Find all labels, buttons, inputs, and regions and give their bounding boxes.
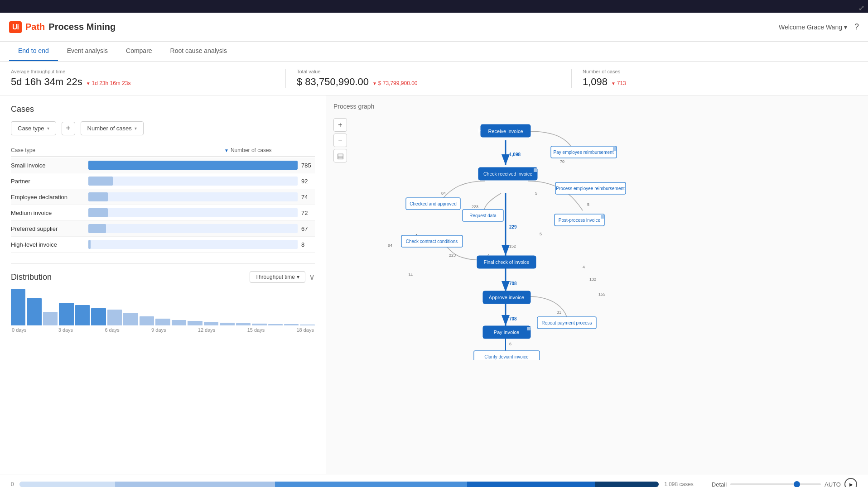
collapse-button[interactable]: ∨ (309, 272, 315, 282)
table-row[interactable]: Medium invoice 72 (11, 205, 315, 221)
num-cases-label: Number of cases (87, 125, 132, 132)
bar-fill (88, 192, 108, 201)
svg-text:708: 708 (509, 281, 517, 286)
svg-text:229: 229 (509, 224, 517, 229)
row-label: Small invoice (11, 162, 88, 169)
histogram-bar[interactable] (268, 324, 283, 325)
svg-text:6: 6 (509, 342, 511, 346)
svg-text:Final check of invoice: Final check of invoice (484, 259, 530, 265)
metric-num-cases-delta: 713 (611, 80, 626, 86)
detail-label: Detail (712, 481, 727, 487)
zoom-out-button[interactable]: − (333, 134, 347, 147)
metric-num-cases-label: Number of cases (583, 69, 846, 74)
row-bar-container: 74 (88, 192, 315, 201)
table-row[interactable]: High-level invoice 8 (11, 237, 315, 253)
header-right: Welcome Grace Wang ▾ ? (779, 22, 859, 32)
help-icon[interactable]: ? (854, 22, 859, 32)
logo-path-text: Path (25, 22, 45, 32)
histogram-bar[interactable] (59, 303, 73, 325)
progress-seg-5 (595, 482, 659, 487)
expand-button[interactable]: ⤢ (858, 4, 864, 12)
svg-text:Request data: Request data (469, 213, 497, 218)
main-content: Average throughput time 5d 16h 34m 22s 1… (0, 62, 868, 487)
bar-wrapper (88, 224, 298, 233)
histogram-labels: 0 days 3 days 6 days 9 days 12 days 15 d… (11, 327, 315, 333)
play-button[interactable]: ▶ (844, 478, 857, 487)
histogram-bar[interactable] (91, 308, 106, 325)
process-graph-svg: 1,098 229 708 708 5 84 223 223 4 152 31 … (352, 115, 669, 360)
table-row[interactable]: Employee declaration 74 (11, 189, 315, 205)
zoom-in-button[interactable]: + (333, 118, 347, 132)
row-count: 67 (301, 225, 315, 232)
progress-bar[interactable] (19, 482, 659, 487)
histogram-bar[interactable] (107, 310, 122, 325)
histogram-bar[interactable] (188, 321, 202, 325)
bar-wrapper (88, 177, 298, 186)
histogram-bar[interactable] (27, 298, 41, 325)
row-bar-container: 785 (88, 161, 315, 170)
col-num-cases[interactable]: ▼ Number of cases (224, 147, 315, 153)
svg-text:5: 5 (587, 202, 589, 207)
histogram-bar[interactable] (123, 313, 138, 325)
metric-throughput-delta: 1d 23h 16m 23s (86, 80, 131, 86)
detail-slider[interactable] (730, 483, 821, 485)
hist-label-6: 18 days (296, 327, 314, 333)
svg-text:1,098: 1,098 (509, 152, 521, 157)
right-panel: Process graph + − ▤ (326, 95, 868, 474)
tab-event-analysis[interactable]: Event analysis (58, 42, 117, 61)
histogram-bar[interactable] (300, 325, 314, 325)
col-case-type: Case type (11, 147, 224, 153)
user-welcome[interactable]: Welcome Grace Wang ▾ (779, 24, 847, 31)
auto-label: AUTO (825, 481, 841, 487)
histogram-bar[interactable] (43, 312, 58, 325)
svg-rect-35 (534, 168, 537, 172)
throughput-time-button[interactable]: Throughput time ▾ (250, 271, 305, 283)
user-dropdown-icon: ▾ (844, 24, 847, 31)
metric-num-cases: Number of cases 1,098 713 (572, 69, 857, 88)
svg-text:155: 155 (598, 292, 605, 296)
histogram-bar[interactable] (284, 324, 299, 325)
tab-compare[interactable]: Compare (117, 42, 161, 61)
chart-view-button[interactable]: ▤ (333, 149, 347, 162)
histogram-bar[interactable] (236, 323, 251, 325)
svg-text:Check contract conditions: Check contract conditions (406, 239, 458, 244)
tab-end-to-end[interactable]: End to end (9, 42, 58, 61)
hist-label-0: 0 days (12, 327, 26, 333)
histogram-bar[interactable] (204, 322, 218, 325)
svg-text:Receive invoice: Receive invoice (488, 129, 523, 134)
svg-text:Checked and approved: Checked and approved (410, 201, 456, 206)
table-row[interactable]: Preferred supplier 67 (11, 221, 315, 237)
hist-label-3: 9 days (151, 327, 166, 333)
histogram-bar[interactable] (252, 324, 266, 325)
histogram-bar[interactable] (220, 323, 234, 325)
row-count: 72 (301, 210, 315, 216)
histogram-bar[interactable] (155, 319, 170, 325)
add-filter-button[interactable]: + (62, 122, 75, 135)
bar-fill (88, 208, 108, 217)
nav-tabs: End to end Event analysis Compare Root c… (0, 42, 868, 62)
graph-controls: + − ▤ (333, 118, 347, 162)
svg-text:Pay employee reimbursement: Pay employee reimbursement (554, 150, 614, 155)
svg-text:Check received invoice: Check received invoice (483, 171, 532, 177)
top-bar (0, 0, 868, 13)
case-type-button[interactable]: Case type ▾ (11, 121, 56, 135)
histogram-bar[interactable] (11, 289, 25, 325)
metric-throughput-label: Average throughput time (11, 69, 275, 74)
range-start: 0 (11, 481, 14, 487)
user-welcome-text: Welcome Grace Wang (779, 24, 842, 31)
table-row[interactable]: Small invoice 785 (11, 158, 315, 173)
svg-text:84: 84 (388, 243, 392, 248)
table-header: Case type ▼ Number of cases (11, 144, 315, 157)
histogram-bar[interactable] (140, 316, 154, 325)
histogram-bar[interactable] (75, 305, 90, 325)
logo: Ui Path Process Mining (9, 21, 116, 33)
svg-text:708: 708 (509, 316, 517, 321)
number-of-cases-button[interactable]: Number of cases ▾ (81, 121, 144, 135)
range-end: 1,098 cases (664, 481, 694, 487)
table-row[interactable]: Partner 92 (11, 173, 315, 189)
tab-root-cause[interactable]: Root cause analysis (161, 42, 236, 61)
row-bar-container: 72 (88, 208, 315, 217)
histogram-bar[interactable] (172, 320, 186, 325)
metric-total-value-delta: $ 73,799,900.00 (372, 80, 417, 86)
metrics-bar: Average throughput time 5d 16h 34m 22s 1… (0, 62, 868, 95)
